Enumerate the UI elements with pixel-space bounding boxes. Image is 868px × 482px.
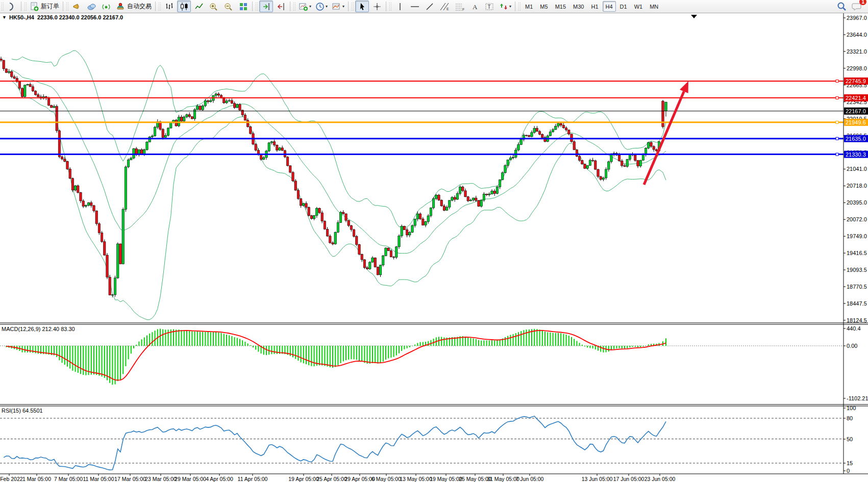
text-button[interactable]: A <box>468 1 482 12</box>
line-handle[interactable] <box>836 137 838 140</box>
bar-chart-button[interactable] <box>162 1 176 12</box>
zoom-in-icon <box>209 2 218 11</box>
svg-text:F: F <box>462 8 464 11</box>
svg-text:-1102.21: -1102.21 <box>847 395 868 401</box>
timeframe-m1-button[interactable]: M1 <box>522 1 536 12</box>
timeframe-h4-button[interactable]: H4 <box>603 1 616 12</box>
svg-text:23321.0: 23321.0 <box>847 48 867 55</box>
toolbar-grip <box>255 2 258 11</box>
svg-text:20072.0: 20072.0 <box>847 216 867 222</box>
svg-text:21330.3: 21330.3 <box>846 151 866 158</box>
svg-text:100: 100 <box>847 405 856 411</box>
price-tag-21330: 21330.3 <box>844 151 868 158</box>
auto-scroll-button[interactable] <box>259 1 273 12</box>
line-handle[interactable] <box>836 96 838 99</box>
trendline-button[interactable] <box>423 1 436 12</box>
chart-shift-icon <box>277 2 286 11</box>
indicators-button[interactable]: ▾ <box>297 1 313 12</box>
toolbar-separator <box>155 2 156 11</box>
text-label-button[interactable]: T <box>483 1 497 12</box>
main-toolbar: 新订单自动交易▾▾▾EFAT▾M1M5M15M30H1H4D1W1MN1 <box>0 0 868 13</box>
svg-text:13 Jun 05:00: 13 Jun 05:00 <box>582 476 613 482</box>
chevron-down-icon: ▾ <box>342 4 344 9</box>
svg-text:22421.4: 22421.4 <box>846 95 866 101</box>
svg-text:31 May 05:00: 31 May 05:00 <box>487 476 519 482</box>
price-tag-21949: 21949.6 <box>844 119 868 126</box>
svg-text:80: 80 <box>847 415 853 421</box>
svg-text:6 May 05:00: 6 May 05:00 <box>371 476 401 482</box>
tile-windows-icon <box>239 2 248 11</box>
tile-windows-button[interactable] <box>236 1 250 12</box>
svg-text:18447.5: 18447.5 <box>847 300 867 307</box>
notifications-chat-button[interactable]: 1 <box>850 1 863 12</box>
vertical-line-icon <box>396 2 404 11</box>
header-collapse-icon[interactable]: ▼ <box>2 15 7 20</box>
svg-text:22167.0: 22167.0 <box>846 108 866 114</box>
toolbar-separator <box>21 2 21 11</box>
toolbar-grip <box>389 2 391 11</box>
candlestick-chart-button[interactable] <box>177 1 191 12</box>
alerts-megaphone-icon <box>72 2 82 11</box>
mt4-window: 新订单自动交易▾▾▾EFAT▾M1M5M15M30H1H4D1W1MN1 239… <box>0 0 868 482</box>
line-chart-button[interactable] <box>192 1 206 12</box>
svg-text:23967.0: 23967.0 <box>847 15 867 21</box>
svg-text:18770.5: 18770.5 <box>847 284 867 290</box>
new-order-button[interactable]: 新订单 <box>28 1 61 12</box>
timeframe-mn-button[interactable]: MN <box>647 1 661 12</box>
alerts-megaphone-button[interactable] <box>70 1 84 12</box>
line-handle[interactable] <box>836 121 838 123</box>
chart-icon-partial <box>5 1 19 12</box>
svg-text:19 Apr 05:00: 19 Apr 05:00 <box>288 476 319 482</box>
trendline-icon <box>425 2 434 11</box>
arrows-icon <box>499 2 508 11</box>
zoom-out-button[interactable] <box>221 1 235 12</box>
periods-button[interactable]: ▾ <box>314 1 329 12</box>
timeframe-w1-button[interactable]: W1 <box>631 1 646 12</box>
timeframe-h1-button[interactable]: H1 <box>588 1 601 12</box>
templates-button[interactable]: ▾ <box>330 1 346 12</box>
svg-text:17 Mar 05:00: 17 Mar 05:00 <box>114 476 146 482</box>
svg-text:19093.5: 19093.5 <box>847 267 867 273</box>
search-button[interactable] <box>835 1 849 12</box>
text-icon: A <box>471 2 479 11</box>
cloud-button[interactable] <box>85 1 98 12</box>
timeframe-m5-button[interactable]: M5 <box>537 1 551 12</box>
timeframe-m30-button[interactable]: M30 <box>570 1 587 12</box>
chart-shift-button[interactable] <box>274 1 288 12</box>
crosshair-button[interactable] <box>370 1 384 12</box>
svg-text:17 Jun 05:00: 17 Jun 05:00 <box>613 476 644 482</box>
auto-trading-button[interactable]: 自动交易 <box>114 1 153 12</box>
price-tag-22421: 22421.4 <box>844 94 868 102</box>
cloud-icon <box>87 2 97 11</box>
chart-canvas[interactable]: 23967.023644.023321.022998.022665.522342… <box>0 0 868 482</box>
current-price-tag: 22167.0 <box>844 108 868 115</box>
svg-text:23644.0: 23644.0 <box>847 32 867 38</box>
zoom-in-button[interactable] <box>207 1 220 12</box>
new-order-button-label: 新订单 <box>41 2 59 11</box>
line-handle[interactable] <box>836 153 838 156</box>
svg-text:22745.9: 22745.9 <box>846 78 866 84</box>
svg-text:19 May 05:00: 19 May 05:00 <box>430 476 462 482</box>
new-order-icon <box>30 2 39 11</box>
svg-text:440.4: 440.4 <box>847 325 861 332</box>
vertical-line-button[interactable] <box>393 1 407 12</box>
toolbar-separator <box>386 2 386 11</box>
timeframe-d1-button[interactable]: D1 <box>617 1 630 12</box>
fibonacci-button[interactable]: F <box>453 1 467 12</box>
svg-text:7 Jun 05:00: 7 Jun 05:00 <box>516 476 544 482</box>
bar-chart-icon <box>165 2 174 11</box>
svg-text:T: T <box>487 4 490 10</box>
signals-button[interactable] <box>100 1 113 12</box>
svg-text:4 Apr 05:00: 4 Apr 05:00 <box>206 476 233 482</box>
cursor-button[interactable] <box>355 1 369 12</box>
cursor-icon <box>358 2 367 11</box>
timeframe-m15-button[interactable]: M15 <box>552 1 569 12</box>
arrows-button[interactable]: ▾ <box>498 1 513 12</box>
svg-text:E: E <box>447 7 449 11</box>
crosshair-icon <box>373 2 382 11</box>
rsi-indicator-label: RSI(15) 64.5501 <box>2 408 43 414</box>
line-handle[interactable] <box>836 80 838 82</box>
horizontal-line-button[interactable] <box>408 1 421 12</box>
price-tag-21635: 21635.0 <box>844 135 868 142</box>
channel-button[interactable]: E <box>437 1 452 12</box>
